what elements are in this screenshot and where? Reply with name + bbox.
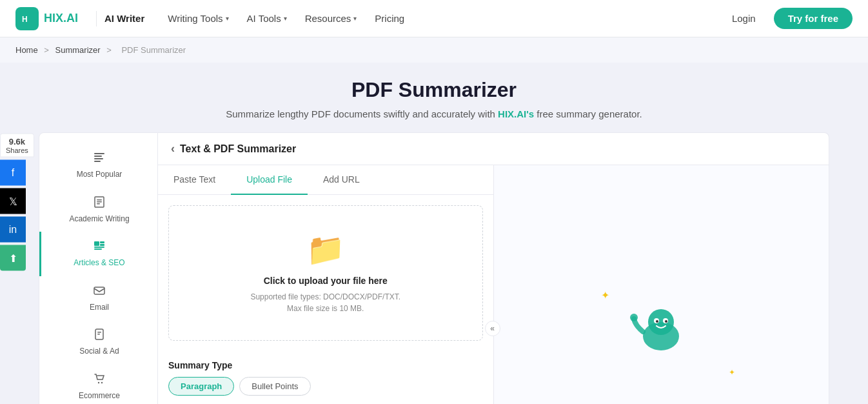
logo-icon: H <box>15 7 39 30</box>
nav-writing-tools[interactable]: Writing Tools ▾ <box>160 9 236 28</box>
navbar: H HIX.AI AI Writer Writing Tools ▾ AI To… <box>0 0 868 37</box>
social-ad-icon <box>93 328 106 344</box>
twitter-share-button[interactable]: 𝕏 <box>0 188 26 214</box>
breadcrumb-sep1: > <box>44 45 49 55</box>
breadcrumb-summarizer[interactable]: Summarizer <box>55 45 101 55</box>
nav-pricing[interactable]: Pricing <box>367 9 412 28</box>
product-name: AI Writer <box>104 13 144 24</box>
generic-share-button[interactable]: ⬆ <box>0 245 26 271</box>
svg-point-27 <box>630 314 638 321</box>
star-icon: ✦ <box>729 368 735 377</box>
svg-point-25 <box>656 320 658 323</box>
ecommerce-icon <box>93 372 106 389</box>
page-title: PDF Summarizer <box>15 78 853 102</box>
panel-form: Paste Text Upload File Add URL 📁 Click t… <box>158 165 494 404</box>
output-panel: « <box>494 165 829 404</box>
summary-type-bullet-points[interactable]: Bullet Points <box>239 377 310 396</box>
file-upload-area[interactable]: 📁 Click to upload your file here Support… <box>168 205 483 341</box>
svg-point-19 <box>98 382 99 383</box>
summary-type-paragraph[interactable]: Paragraph <box>168 377 234 396</box>
svg-rect-11 <box>100 241 104 243</box>
logo-text: HIX.AI <box>44 12 78 25</box>
summary-type-buttons: Paragraph Bullet Points <box>168 377 483 396</box>
sidebar-item-social-ad[interactable]: Social & Ad <box>39 320 157 365</box>
star-icon: ✦ <box>601 289 609 301</box>
panel-inner: Paste Text Upload File Add URL 📁 Click t… <box>158 165 829 404</box>
sidebar-item-most-popular[interactable]: Most Popular <box>39 143 157 188</box>
sidebar-item-label: Articles & SEO <box>74 258 124 268</box>
svg-rect-8 <box>97 201 102 203</box>
logo[interactable]: H HIX.AI <box>15 7 78 30</box>
svg-text:H: H <box>22 15 28 24</box>
share-label: Shares <box>6 146 28 154</box>
svg-point-22 <box>648 309 674 335</box>
navbar-right: Login Try for free <box>722 8 853 29</box>
chevron-down-icon: ▾ <box>353 15 357 22</box>
tab-upload-file[interactable]: Upload File <box>231 165 308 195</box>
login-button[interactable]: Login <box>722 9 766 28</box>
nav-resources[interactable]: Resources ▾ <box>297 9 365 28</box>
share-number: 9.6k <box>6 137 28 146</box>
sidebar-item-label: Social & Ad <box>79 347 119 357</box>
svg-rect-9 <box>97 203 100 205</box>
academic-writing-icon <box>93 196 106 212</box>
sidebar-item-ecommerce[interactable]: Ecommerce <box>39 365 157 404</box>
content-layout: Most Popular Academic Writing Articles &… <box>0 132 868 404</box>
svg-rect-10 <box>94 241 99 246</box>
svg-rect-14 <box>94 248 102 250</box>
back-button[interactable]: ‹ <box>171 142 175 156</box>
tool-panel: ‹ Text & PDF Summarizer Paste Text Uploa… <box>158 132 829 404</box>
page-subtitle: Summarize lengthy PDF documents swiftly … <box>15 108 853 119</box>
svg-rect-12 <box>100 244 104 246</box>
try-free-button[interactable]: Try for free <box>774 8 853 29</box>
nav-ai-tools[interactable]: AI Tools ▾ <box>239 9 295 28</box>
facebook-share-button[interactable]: f <box>0 160 26 186</box>
nav-links: Writing Tools ▾ AI Tools ▾ Resources ▾ P… <box>160 9 412 28</box>
collapse-panel-button[interactable]: « <box>485 321 500 336</box>
sidebar-item-articles-seo[interactable]: Articles & SEO <box>39 232 157 276</box>
chevron-down-icon: ▾ <box>226 15 229 22</box>
breadcrumb: Home > Summarizer > PDF Summarizer <box>0 37 868 63</box>
tab-add-url[interactable]: Add URL <box>308 165 375 195</box>
social-sidebar: 9.6k Shares f 𝕏 in ⬆ <box>0 134 34 271</box>
svg-rect-5 <box>94 161 101 162</box>
most-popular-icon <box>93 151 106 167</box>
sidebar-item-label: Email <box>90 303 109 313</box>
breadcrumb-current: PDF Summarizer <box>121 45 186 55</box>
main-area: PDF Summarizer Summarize lengthy PDF doc… <box>0 63 868 404</box>
email-icon <box>93 284 106 300</box>
svg-point-26 <box>665 320 667 323</box>
svg-rect-15 <box>94 287 104 294</box>
breadcrumb-sep2: > <box>106 45 112 55</box>
mascot-area: ✦ ✦ <box>494 165 829 404</box>
upload-title: Click to upload your file here <box>264 276 388 286</box>
panel-title: Text & PDF Summarizer <box>180 143 296 155</box>
summary-type-label: Summary Type <box>168 360 483 370</box>
breadcrumb-home[interactable]: Home <box>15 45 38 55</box>
svg-rect-17 <box>97 332 101 333</box>
svg-rect-4 <box>94 158 103 159</box>
panel-header: ‹ Text & PDF Summarizer <box>158 133 829 165</box>
share-count: 9.6k Shares <box>0 134 34 157</box>
input-tabs: Paste Text Upload File Add URL <box>158 165 493 195</box>
svg-rect-7 <box>97 199 102 201</box>
folder-icon: 📁 <box>306 232 345 268</box>
svg-rect-13 <box>94 247 104 248</box>
nav-divider <box>96 11 97 26</box>
hix-mascot-icon <box>629 296 693 361</box>
svg-rect-3 <box>94 156 102 157</box>
sidebar-item-academic-writing[interactable]: Academic Writing <box>39 188 157 232</box>
page-title-section: PDF Summarizer Summarize lengthy PDF doc… <box>0 78 868 132</box>
tool-sidebar: Most Popular Academic Writing Articles &… <box>39 132 158 404</box>
upload-subtitle: Supported file types: DOC/DOCX/PDF/TXT. … <box>250 291 400 314</box>
sidebar-item-label: Ecommerce <box>79 391 120 401</box>
svg-rect-2 <box>94 153 104 154</box>
tab-paste-text[interactable]: Paste Text <box>158 165 231 195</box>
summary-type-section: Summary Type Paragraph Bullet Points <box>158 351 493 404</box>
linkedin-share-button[interactable]: in <box>0 217 26 243</box>
svg-rect-18 <box>97 334 100 335</box>
articles-seo-icon <box>93 239 106 256</box>
svg-point-20 <box>101 382 103 383</box>
sidebar-item-label: Most Popular <box>77 170 123 180</box>
sidebar-item-email[interactable]: Email <box>39 276 157 321</box>
